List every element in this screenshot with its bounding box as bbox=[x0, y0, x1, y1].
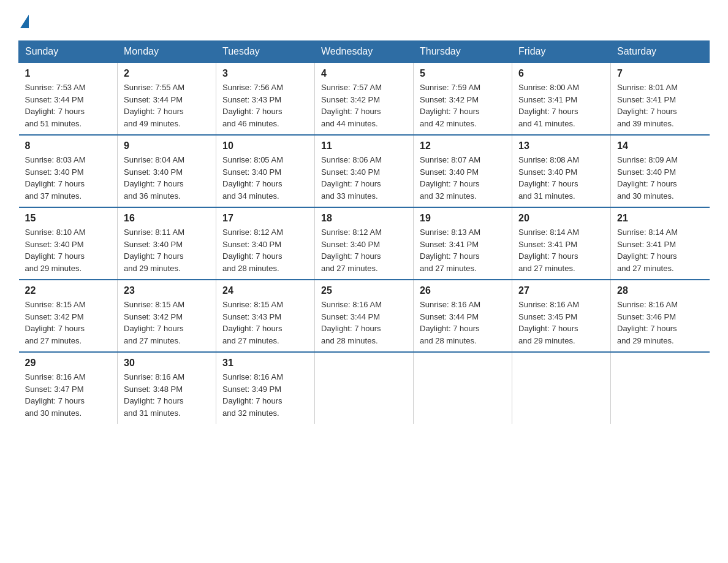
week-row-1: 1Sunrise: 7:53 AM Sunset: 3:44 PM Daylig… bbox=[19, 63, 710, 135]
weekday-header-tuesday: Tuesday bbox=[216, 41, 315, 63]
week-row-5: 29Sunrise: 8:16 AM Sunset: 3:47 PM Dayli… bbox=[19, 352, 710, 424]
weekday-header-friday: Friday bbox=[512, 41, 611, 63]
day-info: Sunrise: 8:16 AM Sunset: 3:46 PM Dayligh… bbox=[617, 299, 703, 347]
day-info: Sunrise: 8:11 AM Sunset: 3:40 PM Dayligh… bbox=[124, 226, 210, 274]
day-number: 18 bbox=[321, 213, 407, 224]
day-info: Sunrise: 8:16 AM Sunset: 3:48 PM Dayligh… bbox=[124, 371, 210, 419]
day-number: 23 bbox=[124, 285, 210, 296]
day-number: 15 bbox=[25, 213, 112, 224]
day-info: Sunrise: 7:59 AM Sunset: 3:42 PM Dayligh… bbox=[420, 82, 506, 129]
day-info: Sunrise: 7:57 AM Sunset: 3:42 PM Dayligh… bbox=[321, 82, 407, 129]
day-number: 30 bbox=[124, 358, 210, 369]
day-number: 25 bbox=[321, 285, 407, 296]
day-cell-24: 24Sunrise: 8:15 AM Sunset: 3:43 PM Dayli… bbox=[216, 280, 315, 352]
day-number: 26 bbox=[420, 285, 506, 296]
weekday-header-saturday: Saturday bbox=[611, 41, 710, 63]
day-cell-12: 12Sunrise: 8:07 AM Sunset: 3:40 PM Dayli… bbox=[414, 135, 512, 207]
day-number: 3 bbox=[222, 68, 308, 79]
day-info: Sunrise: 8:10 AM Sunset: 3:40 PM Dayligh… bbox=[25, 226, 112, 274]
day-cell-5: 5Sunrise: 7:59 AM Sunset: 3:42 PM Daylig… bbox=[414, 63, 512, 135]
day-cell-11: 11Sunrise: 8:06 AM Sunset: 3:40 PM Dayli… bbox=[315, 135, 414, 207]
day-number: 9 bbox=[124, 140, 210, 151]
day-info: Sunrise: 8:14 AM Sunset: 3:41 PM Dayligh… bbox=[518, 226, 604, 274]
day-cell-13: 13Sunrise: 8:08 AM Sunset: 3:40 PM Dayli… bbox=[512, 135, 611, 207]
day-info: Sunrise: 7:56 AM Sunset: 3:43 PM Dayligh… bbox=[222, 82, 308, 129]
day-cell-3: 3Sunrise: 7:56 AM Sunset: 3:43 PM Daylig… bbox=[216, 63, 315, 135]
day-info: Sunrise: 7:53 AM Sunset: 3:44 PM Dayligh… bbox=[25, 82, 112, 129]
day-number: 19 bbox=[420, 213, 506, 224]
day-number: 10 bbox=[222, 140, 308, 151]
day-cell-25: 25Sunrise: 8:16 AM Sunset: 3:44 PM Dayli… bbox=[315, 280, 414, 352]
week-row-2: 8Sunrise: 8:03 AM Sunset: 3:40 PM Daylig… bbox=[19, 135, 710, 207]
day-number: 24 bbox=[222, 285, 308, 296]
day-number: 4 bbox=[321, 68, 407, 79]
week-row-4: 22Sunrise: 8:15 AM Sunset: 3:42 PM Dayli… bbox=[19, 280, 710, 352]
day-number: 28 bbox=[617, 285, 703, 296]
day-info: Sunrise: 8:01 AM Sunset: 3:41 PM Dayligh… bbox=[617, 82, 703, 129]
day-info: Sunrise: 8:13 AM Sunset: 3:41 PM Dayligh… bbox=[420, 226, 506, 274]
day-number: 14 bbox=[617, 140, 703, 151]
day-cell-16: 16Sunrise: 8:11 AM Sunset: 3:40 PM Dayli… bbox=[118, 207, 216, 280]
day-cell-31: 31Sunrise: 8:16 AM Sunset: 3:49 PM Dayli… bbox=[216, 352, 315, 424]
day-cell-4: 4Sunrise: 7:57 AM Sunset: 3:42 PM Daylig… bbox=[315, 63, 414, 135]
day-number: 6 bbox=[518, 68, 604, 79]
day-cell-6: 6Sunrise: 8:00 AM Sunset: 3:41 PM Daylig… bbox=[512, 63, 611, 135]
day-info: Sunrise: 8:06 AM Sunset: 3:40 PM Dayligh… bbox=[321, 154, 407, 202]
day-info: Sunrise: 8:08 AM Sunset: 3:40 PM Dayligh… bbox=[518, 154, 604, 202]
page-header bbox=[18, 12, 710, 28]
empty-cell bbox=[512, 352, 611, 424]
empty-cell bbox=[414, 352, 512, 424]
day-number: 16 bbox=[124, 213, 210, 224]
day-cell-21: 21Sunrise: 8:14 AM Sunset: 3:41 PM Dayli… bbox=[611, 207, 710, 280]
day-info: Sunrise: 8:03 AM Sunset: 3:40 PM Dayligh… bbox=[25, 154, 112, 202]
day-info: Sunrise: 8:12 AM Sunset: 3:40 PM Dayligh… bbox=[321, 226, 407, 274]
day-cell-9: 9Sunrise: 8:04 AM Sunset: 3:40 PM Daylig… bbox=[118, 135, 216, 207]
day-info: Sunrise: 8:16 AM Sunset: 3:49 PM Dayligh… bbox=[222, 371, 308, 419]
day-number: 31 bbox=[222, 358, 308, 369]
empty-cell bbox=[315, 352, 414, 424]
weekday-header-row: SundayMondayTuesdayWednesdayThursdayFrid… bbox=[19, 41, 710, 63]
weekday-header-wednesday: Wednesday bbox=[315, 41, 414, 63]
day-info: Sunrise: 8:16 AM Sunset: 3:45 PM Dayligh… bbox=[518, 299, 604, 347]
day-info: Sunrise: 8:16 AM Sunset: 3:44 PM Dayligh… bbox=[321, 299, 407, 347]
day-cell-8: 8Sunrise: 8:03 AM Sunset: 3:40 PM Daylig… bbox=[19, 135, 118, 207]
day-cell-10: 10Sunrise: 8:05 AM Sunset: 3:40 PM Dayli… bbox=[216, 135, 315, 207]
day-number: 22 bbox=[25, 285, 112, 296]
weekday-header-sunday: Sunday bbox=[19, 41, 118, 63]
day-cell-17: 17Sunrise: 8:12 AM Sunset: 3:40 PM Dayli… bbox=[216, 207, 315, 280]
day-info: Sunrise: 8:16 AM Sunset: 3:44 PM Dayligh… bbox=[420, 299, 506, 347]
day-info: Sunrise: 8:07 AM Sunset: 3:40 PM Dayligh… bbox=[420, 154, 506, 202]
day-number: 12 bbox=[420, 140, 506, 151]
day-cell-29: 29Sunrise: 8:16 AM Sunset: 3:47 PM Dayli… bbox=[19, 352, 118, 424]
day-cell-7: 7Sunrise: 8:01 AM Sunset: 3:41 PM Daylig… bbox=[611, 63, 710, 135]
day-info: Sunrise: 8:15 AM Sunset: 3:42 PM Dayligh… bbox=[124, 299, 210, 347]
day-info: Sunrise: 8:15 AM Sunset: 3:42 PM Dayligh… bbox=[25, 299, 112, 347]
day-number: 20 bbox=[518, 213, 604, 224]
day-cell-23: 23Sunrise: 8:15 AM Sunset: 3:42 PM Dayli… bbox=[118, 280, 216, 352]
day-number: 11 bbox=[321, 140, 407, 151]
day-number: 27 bbox=[518, 285, 604, 296]
day-number: 29 bbox=[25, 358, 112, 369]
day-info: Sunrise: 8:09 AM Sunset: 3:40 PM Dayligh… bbox=[617, 154, 703, 202]
week-row-3: 15Sunrise: 8:10 AM Sunset: 3:40 PM Dayli… bbox=[19, 207, 710, 280]
day-number: 13 bbox=[518, 140, 604, 151]
day-number: 21 bbox=[617, 213, 703, 224]
day-cell-2: 2Sunrise: 7:55 AM Sunset: 3:44 PM Daylig… bbox=[118, 63, 216, 135]
logo bbox=[18, 12, 29, 28]
day-cell-22: 22Sunrise: 8:15 AM Sunset: 3:42 PM Dayli… bbox=[19, 280, 118, 352]
day-cell-19: 19Sunrise: 8:13 AM Sunset: 3:41 PM Dayli… bbox=[414, 207, 512, 280]
day-info: Sunrise: 8:14 AM Sunset: 3:41 PM Dayligh… bbox=[617, 226, 703, 274]
day-cell-14: 14Sunrise: 8:09 AM Sunset: 3:40 PM Dayli… bbox=[611, 135, 710, 207]
day-number: 8 bbox=[25, 140, 112, 151]
weekday-header-monday: Monday bbox=[118, 41, 216, 63]
day-info: Sunrise: 8:12 AM Sunset: 3:40 PM Dayligh… bbox=[222, 226, 308, 274]
day-cell-27: 27Sunrise: 8:16 AM Sunset: 3:45 PM Dayli… bbox=[512, 280, 611, 352]
day-cell-28: 28Sunrise: 8:16 AM Sunset: 3:46 PM Dayli… bbox=[611, 280, 710, 352]
day-info: Sunrise: 8:16 AM Sunset: 3:47 PM Dayligh… bbox=[25, 371, 112, 419]
day-info: Sunrise: 8:05 AM Sunset: 3:40 PM Dayligh… bbox=[222, 154, 308, 202]
calendar-table: SundayMondayTuesdayWednesdayThursdayFrid… bbox=[18, 40, 710, 424]
day-cell-26: 26Sunrise: 8:16 AM Sunset: 3:44 PM Dayli… bbox=[414, 280, 512, 352]
day-number: 17 bbox=[222, 213, 308, 224]
day-number: 7 bbox=[617, 68, 703, 79]
empty-cell bbox=[611, 352, 710, 424]
